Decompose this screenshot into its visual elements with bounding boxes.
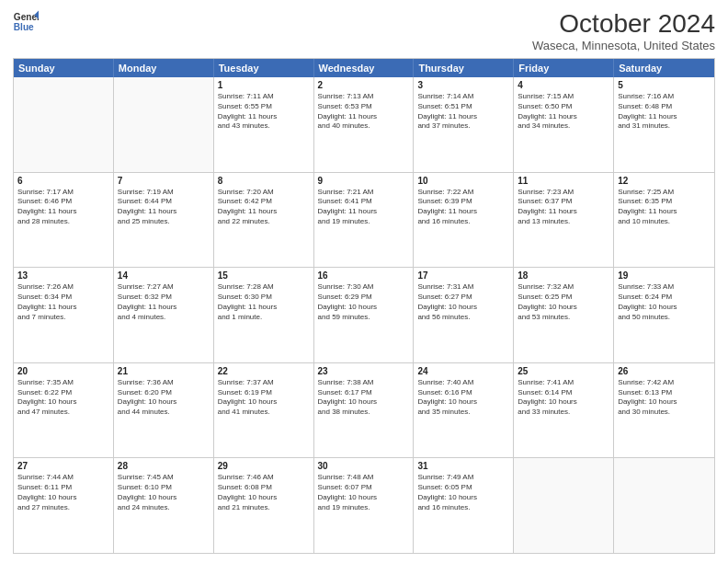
cell-line: and 37 minutes. <box>417 121 509 132</box>
calendar-cell <box>514 458 614 553</box>
cell-line: Sunrise: 7:46 AM <box>218 473 310 483</box>
calendar-cell: 27Sunrise: 7:44 AMSunset: 6:11 PMDayligh… <box>14 458 114 553</box>
cell-line: Sunrise: 7:13 AM <box>318 92 410 102</box>
cell-line: Daylight: 11 hours <box>218 112 310 122</box>
calendar-cell: 19Sunrise: 7:33 AMSunset: 6:24 PMDayligh… <box>614 268 714 362</box>
cell-line: Sunrise: 7:36 AM <box>118 378 210 388</box>
calendar-cell <box>614 458 714 553</box>
cell-line: Daylight: 11 hours <box>118 303 210 313</box>
day-number: 4 <box>518 80 609 90</box>
calendar-row: 6Sunrise: 7:17 AMSunset: 6:46 PMDaylight… <box>14 172 714 268</box>
calendar-cell: 13Sunrise: 7:26 AMSunset: 6:34 PMDayligh… <box>14 268 114 362</box>
calendar-cell: 17Sunrise: 7:31 AMSunset: 6:27 PMDayligh… <box>414 268 514 362</box>
cell-line: Sunrise: 7:14 AM <box>417 92 509 102</box>
cell-line: Sunset: 6:14 PM <box>518 388 609 398</box>
cell-line: Sunset: 6:10 PM <box>118 483 210 493</box>
day-number: 3 <box>417 80 509 90</box>
cell-line: Sunset: 6:13 PM <box>618 388 711 398</box>
cell-line: and 43 minutes. <box>218 121 310 132</box>
cell-line: Sunset: 6:50 PM <box>518 102 609 112</box>
cell-line: Sunset: 6:25 PM <box>518 293 609 303</box>
cell-line: Sunset: 6:27 PM <box>417 293 509 303</box>
cell-line: Sunrise: 7:30 AM <box>318 282 410 293</box>
day-number: 20 <box>17 366 109 376</box>
svg-text:Blue: Blue <box>14 22 34 32</box>
calendar-cell: 1Sunrise: 7:11 AMSunset: 6:55 PMDaylight… <box>214 77 314 172</box>
calendar-cell: 14Sunrise: 7:27 AMSunset: 6:32 PMDayligh… <box>114 268 214 362</box>
main-title: October 2024 <box>532 9 715 39</box>
calendar-cell: 22Sunrise: 7:37 AMSunset: 6:19 PMDayligh… <box>214 363 314 458</box>
cell-line: Sunset: 6:07 PM <box>318 483 410 493</box>
calendar-row: 20Sunrise: 7:35 AMSunset: 6:22 PMDayligh… <box>14 362 714 458</box>
weekday-header: Tuesday <box>214 59 314 77</box>
day-number: 19 <box>618 270 711 281</box>
day-number: 17 <box>417 270 509 281</box>
day-number: 14 <box>118 270 210 281</box>
cell-line: Daylight: 10 hours <box>518 397 609 408</box>
cell-line: Daylight: 10 hours <box>218 493 310 503</box>
cell-line: and 50 minutes. <box>618 313 711 323</box>
cell-line: and 24 minutes. <box>118 503 210 513</box>
cell-line: Daylight: 10 hours <box>17 397 109 408</box>
cell-line: and 13 minutes. <box>518 217 609 227</box>
calendar-cell: 8Sunrise: 7:20 AMSunset: 6:42 PMDaylight… <box>214 173 314 268</box>
calendar-cell: 5Sunrise: 7:16 AMSunset: 6:48 PMDaylight… <box>614 77 714 172</box>
cell-line: and 7 minutes. <box>17 313 109 323</box>
cell-line: Sunrise: 7:27 AM <box>118 282 210 293</box>
subtitle: Waseca, Minnesota, United States <box>532 39 715 52</box>
cell-line: and 16 minutes. <box>417 503 509 513</box>
cell-line: Sunset: 6:39 PM <box>417 197 509 207</box>
weekday-header: Monday <box>114 59 214 77</box>
cell-line: Sunrise: 7:23 AM <box>518 188 609 198</box>
calendar-cell: 16Sunrise: 7:30 AMSunset: 6:29 PMDayligh… <box>314 268 415 362</box>
cell-line: Daylight: 10 hours <box>417 397 509 408</box>
calendar-row: 1Sunrise: 7:11 AMSunset: 6:55 PMDaylight… <box>14 77 714 172</box>
calendar-cell: 31Sunrise: 7:49 AMSunset: 6:05 PMDayligh… <box>414 458 514 553</box>
cell-line: and 59 minutes. <box>318 313 410 323</box>
calendar-cell: 29Sunrise: 7:46 AMSunset: 6:08 PMDayligh… <box>214 458 314 553</box>
calendar-cell: 12Sunrise: 7:25 AMSunset: 6:35 PMDayligh… <box>614 173 714 268</box>
calendar-cell: 2Sunrise: 7:13 AMSunset: 6:53 PMDaylight… <box>314 77 415 172</box>
cell-line: Daylight: 11 hours <box>518 112 609 122</box>
day-number: 13 <box>17 270 109 281</box>
cell-line: and 16 minutes. <box>417 217 509 227</box>
cell-line: and 34 minutes. <box>518 121 609 132</box>
weekday-header: Wednesday <box>314 59 415 77</box>
cell-line: Daylight: 10 hours <box>318 397 410 408</box>
day-number: 9 <box>318 176 410 186</box>
cell-line: and 31 minutes. <box>618 121 711 132</box>
cell-line: Sunrise: 7:41 AM <box>518 378 609 388</box>
cell-line: Daylight: 11 hours <box>218 207 310 217</box>
cell-line: Sunrise: 7:20 AM <box>218 188 310 198</box>
cell-line: Sunset: 6:17 PM <box>318 388 410 398</box>
day-number: 18 <box>518 270 609 281</box>
cell-line: Sunrise: 7:28 AM <box>218 282 310 293</box>
cell-line: Daylight: 10 hours <box>318 493 410 503</box>
cell-line: Sunrise: 7:16 AM <box>618 92 711 102</box>
day-number: 29 <box>218 461 310 471</box>
calendar-cell <box>14 77 114 172</box>
day-number: 8 <box>218 176 310 186</box>
cell-line: Sunset: 6:44 PM <box>118 197 210 207</box>
cell-line: Sunrise: 7:38 AM <box>318 378 410 388</box>
cell-line: Sunset: 6:30 PM <box>218 293 310 303</box>
day-number: 10 <box>417 176 509 186</box>
day-number: 11 <box>518 176 609 186</box>
cell-line: Sunset: 6:51 PM <box>417 102 509 112</box>
page: General Blue October 2024 Waseca, Minnes… <box>0 0 728 563</box>
logo-icon: General Blue <box>13 9 39 35</box>
cell-line: Sunrise: 7:15 AM <box>518 92 609 102</box>
title-block: October 2024 Waseca, Minnesota, United S… <box>532 9 715 52</box>
cell-line: Sunset: 6:37 PM <box>518 197 609 207</box>
day-number: 23 <box>318 366 410 376</box>
calendar-cell: 15Sunrise: 7:28 AMSunset: 6:30 PMDayligh… <box>214 268 314 362</box>
weekday-header: Saturday <box>614 59 714 77</box>
cell-line: Daylight: 11 hours <box>618 112 711 122</box>
cell-line: Sunset: 6:05 PM <box>417 483 509 493</box>
day-number: 2 <box>318 80 410 90</box>
day-number: 21 <box>118 366 210 376</box>
calendar-cell: 23Sunrise: 7:38 AMSunset: 6:17 PMDayligh… <box>314 363 415 458</box>
calendar-cell: 10Sunrise: 7:22 AMSunset: 6:39 PMDayligh… <box>414 173 514 268</box>
header: General Blue October 2024 Waseca, Minnes… <box>13 9 715 52</box>
cell-line: Sunset: 6:34 PM <box>17 293 109 303</box>
